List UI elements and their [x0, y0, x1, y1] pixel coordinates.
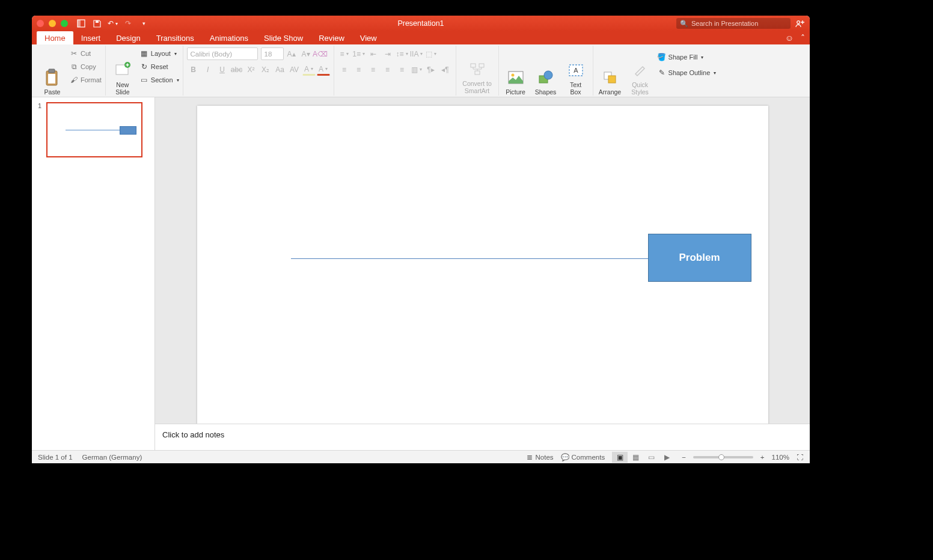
- columns-icon[interactable]: ▥: [410, 63, 423, 76]
- underline-icon[interactable]: U: [216, 63, 229, 76]
- slideshow-view-icon[interactable]: ▶: [659, 452, 675, 463]
- collapse-ribbon-icon[interactable]: ˄: [801, 33, 805, 43]
- section-icon: ▭: [139, 75, 149, 85]
- maximize-window-button[interactable]: [61, 20, 68, 27]
- section-button[interactable]: ▭Section: [139, 74, 179, 86]
- align-right-icon[interactable]: ≡: [367, 63, 380, 76]
- italic-icon[interactable]: I: [201, 63, 215, 76]
- highlight-icon[interactable]: A: [302, 63, 316, 76]
- arrange-button[interactable]: Arrange: [597, 47, 623, 96]
- zoom-slider[interactable]: [693, 456, 753, 458]
- subscript-icon[interactable]: X₂: [259, 63, 272, 76]
- minimize-window-button[interactable]: [49, 20, 56, 27]
- line-spacing-icon[interactable]: ↕≡: [396, 47, 409, 60]
- decrease-indent-icon[interactable]: ⇤: [367, 47, 380, 60]
- shapes-label: Shapes: [535, 88, 557, 96]
- notes-pane[interactable]: Click to add notes: [155, 424, 810, 450]
- language-indicator[interactable]: German (Germany): [82, 454, 142, 461]
- shape-fill-button[interactable]: 🪣Shape Fill: [657, 51, 717, 63]
- clear-formatting-icon[interactable]: A⌫: [314, 47, 327, 60]
- bullets-icon[interactable]: ≡: [338, 47, 351, 60]
- file-menu-icon[interactable]: [76, 19, 86, 28]
- emoji-icon[interactable]: ☺: [785, 33, 794, 43]
- quick-access-toolbar: ↶ ↷ ▾: [76, 19, 148, 28]
- tab-insert[interactable]: Insert: [73, 31, 109, 44]
- scissors-icon: ✂: [69, 49, 79, 58]
- search-input[interactable]: 🔍 Search in Presentation: [676, 18, 791, 29]
- new-slide-button[interactable]: New Slide: [109, 47, 136, 96]
- rtl-icon[interactable]: ◂¶: [439, 63, 452, 76]
- distribute-icon[interactable]: ≡: [396, 63, 409, 76]
- text-box-button[interactable]: A Text Box: [563, 47, 589, 96]
- increase-indent-icon[interactable]: ⇥: [381, 47, 394, 60]
- align-left-icon[interactable]: ≡: [338, 63, 351, 76]
- slide-connector-line[interactable]: [291, 258, 648, 259]
- fit-to-window-icon[interactable]: ⛶: [797, 454, 804, 461]
- svg-point-3: [797, 21, 800, 24]
- font-size-picker[interactable]: 18: [261, 47, 284, 60]
- tab-view[interactable]: View: [352, 31, 385, 44]
- tab-review[interactable]: Review: [311, 31, 352, 44]
- save-icon[interactable]: [92, 19, 102, 28]
- strikethrough-icon[interactable]: abc: [230, 63, 243, 76]
- notes-toggle[interactable]: ≣Notes: [527, 453, 553, 461]
- slide-counter[interactable]: Slide 1 of 1: [38, 454, 73, 461]
- reading-view-icon[interactable]: ▭: [643, 452, 659, 463]
- close-window-button[interactable]: [37, 20, 44, 27]
- justify-icon[interactable]: ≡: [381, 63, 394, 76]
- reset-button[interactable]: ↻Reset: [139, 61, 179, 73]
- undo-icon[interactable]: ↶: [108, 19, 117, 28]
- layout-button[interactable]: ▦Layout: [139, 47, 179, 59]
- change-case-icon[interactable]: Aa: [274, 63, 287, 76]
- sorter-view-icon[interactable]: ▦: [628, 452, 643, 463]
- convert-smartart-button[interactable]: [464, 47, 499, 96]
- ltr-icon[interactable]: ¶▸: [424, 63, 438, 76]
- normal-view-icon[interactable]: ▣: [612, 452, 628, 463]
- redo-icon[interactable]: ↷: [123, 19, 133, 28]
- thumbnail-1[interactable]: 1: [38, 102, 148, 157]
- svg-point-19: [544, 71, 552, 79]
- tab-transitions[interactable]: Transitions: [148, 31, 202, 44]
- cut-button[interactable]: ✂Cut: [69, 47, 102, 59]
- arrange-label: Arrange: [599, 88, 621, 96]
- picture-button[interactable]: Picture: [503, 47, 529, 96]
- font-name-picker[interactable]: Calibri (Body): [187, 47, 258, 60]
- svg-rect-8: [48, 74, 55, 84]
- share-icon[interactable]: [795, 19, 805, 28]
- qat-customize-icon[interactable]: ▾: [139, 19, 148, 28]
- format-label: Format: [81, 76, 102, 84]
- tab-design[interactable]: Design: [108, 31, 148, 44]
- paste-button[interactable]: Paste: [39, 47, 66, 96]
- thumbnail-preview[interactable]: [46, 102, 142, 157]
- zoom-in-icon[interactable]: +: [760, 454, 765, 461]
- format-painter-button[interactable]: 🖌Format: [69, 74, 102, 86]
- superscript-icon[interactable]: X²: [245, 63, 258, 76]
- text-direction-icon[interactable]: IIA: [410, 47, 423, 60]
- zoom-out-icon[interactable]: −: [682, 454, 686, 461]
- slide[interactable]: Problem: [197, 106, 768, 424]
- tab-slide-show[interactable]: Slide Show: [256, 31, 311, 44]
- quick-styles-button[interactable]: Quick Styles: [627, 47, 653, 96]
- increase-font-icon[interactable]: A▴: [285, 47, 298, 60]
- slide-thumbnails-panel[interactable]: 1: [32, 97, 155, 450]
- zoom-level[interactable]: 110%: [772, 454, 789, 461]
- bold-icon[interactable]: B: [187, 63, 200, 76]
- comments-toggle[interactable]: 💬Comments: [561, 453, 605, 461]
- shape-outline-button[interactable]: ✎Shape Outline: [657, 67, 717, 79]
- window-controls: [37, 20, 68, 27]
- tab-home[interactable]: Home: [37, 31, 73, 44]
- copy-button[interactable]: ⧉Copy: [69, 61, 102, 73]
- svg-point-17: [511, 73, 514, 76]
- slide-shape-problem[interactable]: Problem: [648, 234, 751, 282]
- shapes-button[interactable]: Shapes: [533, 47, 559, 96]
- align-text-icon[interactable]: ⬚: [424, 47, 438, 60]
- align-center-icon[interactable]: ≡: [352, 63, 366, 76]
- font-color-icon[interactable]: A: [317, 63, 330, 76]
- decrease-font-icon[interactable]: A▾: [299, 47, 313, 60]
- slide-canvas-area[interactable]: Problem: [155, 97, 810, 424]
- char-spacing-icon[interactable]: AV: [288, 63, 301, 76]
- zoom-thumb[interactable]: [718, 454, 724, 460]
- thumb-line: [66, 130, 120, 130]
- tab-animations[interactable]: Animations: [202, 31, 256, 44]
- numbering-icon[interactable]: 1≡: [352, 47, 366, 60]
